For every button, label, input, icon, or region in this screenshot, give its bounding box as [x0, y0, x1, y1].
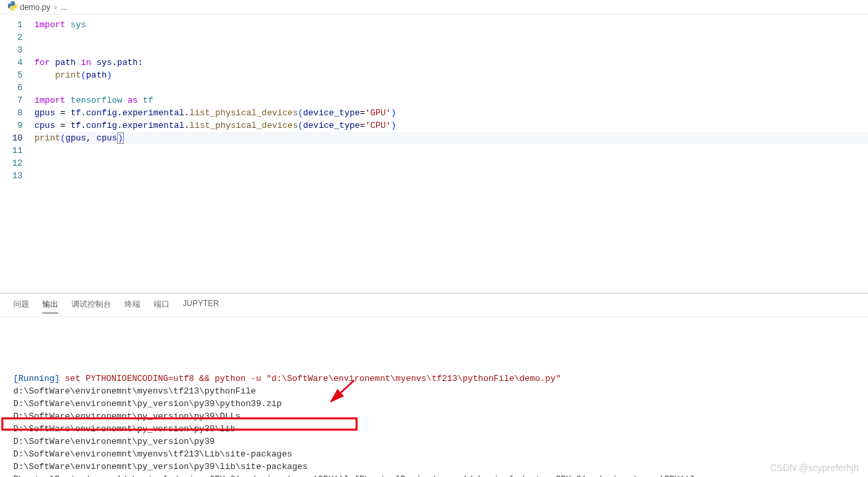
tab-jupyter[interactable]: JUPYTER — [183, 299, 219, 313]
line-number: 3 — [0, 44, 23, 56]
code-editor[interactable]: 12345678910111213 import sysfor path in … — [0, 15, 868, 293]
tab-problems[interactable]: 问题 — [13, 299, 29, 313]
line-number: 6 — [0, 81, 23, 94]
output-line: D:\SoftWare\environemnt\myenvs\tf213\Lib… — [13, 448, 855, 460]
tab-output[interactable]: 输出 — [42, 299, 58, 313]
code-line[interactable] — [34, 144, 868, 157]
line-number: 9 — [0, 119, 23, 132]
breadcrumb-separator: › — [54, 3, 57, 12]
code-line[interactable] — [34, 31, 868, 44]
output-line: D:\SoftWare\environemnt\py_version\py39\… — [13, 423, 855, 435]
code-line[interactable]: import tensorflow as tf — [34, 94, 868, 107]
output-line: d:\SoftWare\environemnt\myenvs\tf213\pyt… — [13, 385, 855, 398]
output-line: PhysicalDevice(name='/physical_device:GP… — [13, 473, 855, 477]
code-line[interactable]: cpus = tf.config.experimental.list_physi… — [34, 119, 868, 132]
code-line[interactable]: print(path) — [34, 69, 868, 81]
output-line: D:\SoftWare\environemnt\py_version\py39\… — [13, 398, 855, 410]
line-number: 4 — [0, 56, 23, 69]
line-number: 12 — [0, 157, 23, 170]
line-number: 13 — [0, 170, 23, 182]
breadcrumb-trail[interactable]: ... — [61, 3, 68, 12]
code-area[interactable]: import sysfor path in sys.path: print(pa… — [34, 15, 868, 293]
output-line: D:\SoftWare\environemnt\py_version\py39\… — [13, 460, 855, 473]
bottom-panel: 问题输出调试控制台终端端口JUPYTER [Running] set PYTHO… — [0, 293, 868, 477]
line-number: 1 — [0, 19, 23, 31]
breadcrumb-file[interactable]: demo.py — [20, 3, 50, 12]
line-gutter: 12345678910111213 — [0, 15, 34, 293]
code-line[interactable] — [34, 44, 868, 56]
watermark: CSDN @scypreferhjh — [770, 462, 859, 473]
code-line[interactable]: gpus = tf.config.experimental.list_physi… — [34, 107, 868, 119]
tab-terminal[interactable]: 终端 — [124, 299, 140, 313]
tab-debug[interactable]: 调试控制台 — [72, 299, 111, 313]
line-number: 7 — [0, 94, 23, 107]
breadcrumb: demo.py › ... — [0, 0, 868, 15]
line-number: 10 — [0, 132, 23, 144]
output-line: D:\SoftWare\environemnt\py_version\py39 — [13, 435, 855, 448]
output-line: [Running] set PYTHONIOENCODING=utf8 && p… — [13, 372, 855, 385]
code-line[interactable] — [34, 157, 868, 170]
code-line[interactable]: for path in sys.path: — [34, 56, 868, 69]
output-line: D:\SoftWare\environemnt\py_version\py39\… — [13, 410, 855, 423]
code-line[interactable] — [34, 170, 868, 182]
line-number: 11 — [0, 144, 23, 157]
line-number: 2 — [0, 31, 23, 44]
code-line[interactable] — [34, 81, 868, 94]
tab-ports[interactable]: 端口 — [154, 299, 169, 313]
output-content[interactable]: [Running] set PYTHONIOENCODING=utf8 && p… — [0, 317, 868, 477]
line-number: 5 — [0, 69, 23, 81]
code-line[interactable]: print(gpus, cpus) — [34, 132, 868, 144]
code-line[interactable]: import sys — [34, 19, 868, 31]
line-number: 8 — [0, 107, 23, 119]
python-file-icon — [8, 1, 17, 13]
panel-tabs: 问题输出调试控制台终端端口JUPYTER — [0, 293, 868, 317]
